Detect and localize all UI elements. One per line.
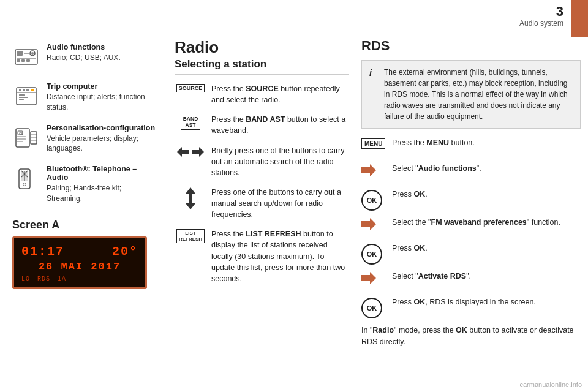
info-text: The external environment (hills, buildin… xyxy=(384,67,573,122)
middle-column: Radio Selecting a station SOURCE Press t… xyxy=(165,6,355,354)
svg-rect-14 xyxy=(19,94,25,96)
radio-step-list: LISTREFRESH Press the LIST REFRESH butto… xyxy=(175,228,349,284)
radio-title: Radio xyxy=(175,38,349,57)
screen-date: 26 MAI 2017 xyxy=(21,261,138,273)
trip-computer-label: Trip computer xyxy=(47,82,156,91)
band-text: Press the BAND AST button to select a wa… xyxy=(211,114,349,136)
rds-arrow2-text: Select the "FM waveband preferences" fun… xyxy=(392,217,581,228)
svg-marker-36 xyxy=(177,147,189,157)
screen-status: LO RDS 1A xyxy=(21,276,138,282)
svg-rect-15 xyxy=(19,97,28,98)
personalisation-icon: GB xyxy=(12,124,40,152)
page-header: 3 Audio system xyxy=(507,0,588,37)
rds-step-arrow3: Select "Activate RDS". xyxy=(361,271,581,290)
bluetooth-desc: Pairing; Hands-free kit; Streaming. xyxy=(47,183,156,204)
page-number-section: 3 Audio system xyxy=(507,0,571,37)
list-text: Press the LIST REFRESH button to display… xyxy=(211,228,349,284)
icon-row-trip: Trip computer Distance input; alerts; fu… xyxy=(12,82,156,113)
svg-point-3 xyxy=(31,52,34,55)
trip-computer-text: Trip computer Distance input; alerts; fu… xyxy=(47,82,156,113)
source-icon: SOURCE xyxy=(175,84,206,92)
bluetooth-text: Bluetooth®: Telephone – Audio Pairing; H… xyxy=(47,165,156,204)
source-text: Press the SOURCE button repeatedly and s… xyxy=(211,83,349,105)
rds-arrow1-text: Select "Audio functions". xyxy=(392,163,581,175)
bluetooth-label: Bluetooth®: Telephone – Audio xyxy=(47,165,156,182)
arrows-ud-text: Press one of the buttons to carry out a … xyxy=(211,187,349,220)
trip-computer-desc: Distance input; alerts; function status. xyxy=(47,92,156,113)
arrows-lr-text: Briefly press one of the buttons to carr… xyxy=(211,145,349,178)
rds-menu-text: Press the MENU button. xyxy=(392,137,581,149)
audio-functions-text: Audio functions Radio; CD; USB; AUX. xyxy=(47,43,121,63)
menu-icon: MENU xyxy=(361,138,392,149)
svg-marker-37 xyxy=(192,147,204,157)
svg-marker-41 xyxy=(361,218,376,230)
svg-rect-21 xyxy=(17,136,26,137)
arrows-ud-icon xyxy=(175,187,206,211)
svg-point-30 xyxy=(23,183,26,186)
screen-a-section: Screen A 01:17 20° 26 MAI 2017 LO RDS 1A xyxy=(12,219,156,289)
audio-functions-desc: Radio; CD; USB; AUX. xyxy=(47,53,121,63)
svg-marker-39 xyxy=(186,194,195,209)
main-container: Audio functions Radio; CD; USB; AUX. xyxy=(0,0,588,360)
bluetooth-icon xyxy=(12,165,40,193)
svg-rect-13 xyxy=(26,89,29,91)
svg-text:GB: GB xyxy=(19,132,24,135)
rds-info-box: i The external environment (hills, build… xyxy=(361,60,581,129)
rds-footer: In "Radio" mode, press the OK button to … xyxy=(361,325,581,348)
svg-rect-11 xyxy=(19,89,21,91)
status-rds: RDS xyxy=(37,276,50,282)
page-title: Audio system xyxy=(519,19,564,28)
left-column: Audio functions Radio; CD; USB; AUX. xyxy=(0,6,165,354)
personalisation-text: Personalisation-configuration Vehicle pa… xyxy=(47,124,156,154)
icon-row-audio: Audio functions Radio; CD; USB; AUX. xyxy=(12,43,156,71)
svg-rect-7 xyxy=(21,59,25,62)
screen-a-title: Screen A xyxy=(12,219,156,232)
svg-marker-40 xyxy=(361,164,376,176)
ok-icon-1: OK xyxy=(361,190,392,211)
svg-rect-23 xyxy=(17,141,23,142)
svg-marker-42 xyxy=(361,272,376,284)
band-ast-icon: BANDAST xyxy=(175,115,206,129)
rds-step-arrow2: Select the "FM waveband preferences" fun… xyxy=(361,217,581,236)
arrow-fwd-icon-3 xyxy=(361,272,392,284)
rds-step-arrow1: Select "Audio functions". xyxy=(361,163,581,183)
svg-rect-8 xyxy=(26,59,30,62)
rds-step-ok2: OK Press OK. xyxy=(361,243,581,265)
arrows-lr-icon xyxy=(175,146,206,159)
svg-rect-22 xyxy=(17,138,26,140)
status-lo: LO xyxy=(21,276,30,282)
audio-functions-icon xyxy=(12,43,40,71)
screen-temp: 20° xyxy=(112,244,138,258)
rds-step-ok3: OK Press OK, RDS is displayed in the scr… xyxy=(361,296,581,318)
rds-arrow3-text: Select "Activate RDS". xyxy=(392,271,581,282)
rds-step-ok1: OK Press OK. xyxy=(361,189,581,211)
right-column: RDS i The external environment (hills, b… xyxy=(355,6,588,354)
svg-rect-12 xyxy=(23,89,25,91)
personalisation-desc: Vehicle parameters; display; languages. xyxy=(47,134,156,154)
arrow-fwd-icon-1 xyxy=(361,164,392,176)
svg-rect-17 xyxy=(31,89,34,91)
radio-step-band: BANDAST Press the BAND AST button to sel… xyxy=(175,114,349,136)
page-number: 3 xyxy=(519,5,564,18)
orange-tab xyxy=(571,0,588,37)
rds-ok3-text: Press OK, RDS is displayed in the screen… xyxy=(392,296,581,308)
svg-rect-6 xyxy=(17,59,20,62)
radio-step-arrows-ud: Press one of the buttons to carry out a … xyxy=(175,187,349,220)
rds-title: RDS xyxy=(361,38,581,54)
screen-display: 01:17 20° 26 MAI 2017 LO RDS 1A xyxy=(12,236,147,289)
audio-functions-label: Audio functions xyxy=(47,43,121,51)
ok-button-3: OK xyxy=(361,298,382,318)
radio-step-arrows-lr: Briefly press one of the buttons to carr… xyxy=(175,145,349,178)
radio-subtitle: Selecting a station xyxy=(175,58,349,75)
ok-icon-2: OK xyxy=(361,244,392,265)
watermark: carmanualonline.info xyxy=(519,381,582,388)
svg-rect-1 xyxy=(17,51,23,56)
status-1a: 1A xyxy=(58,276,66,282)
ok-button-2: OK xyxy=(361,244,382,265)
svg-rect-16 xyxy=(19,99,24,100)
screen-top-row: 01:17 20° xyxy=(21,244,138,258)
info-icon: i xyxy=(369,67,379,122)
rds-step-menu: MENU Press the MENU button. xyxy=(361,137,581,157)
personalisation-label: Personalisation-configuration xyxy=(47,124,156,132)
rds-ok2-text: Press OK. xyxy=(392,243,581,254)
